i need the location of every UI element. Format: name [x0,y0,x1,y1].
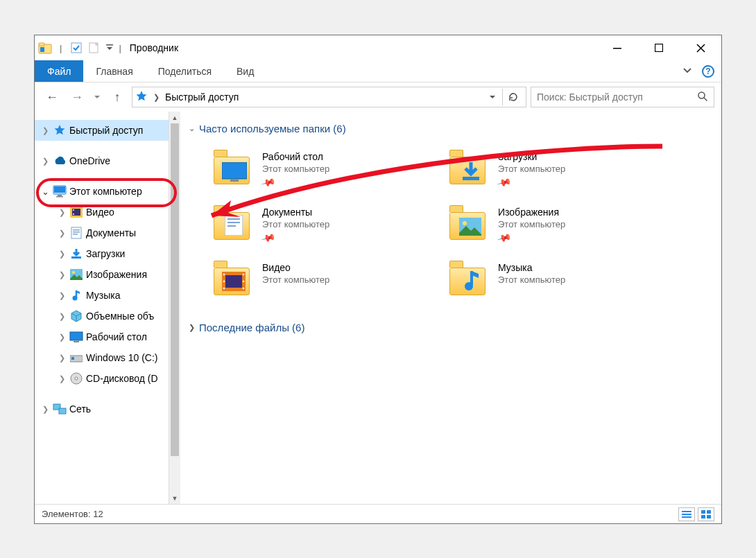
breadcrumb[interactable]: Быстрый доступ [165,91,239,103]
chevron-right-icon[interactable]: ❯ [57,250,67,259]
svg-point-50 [465,282,473,290]
cloud-icon [53,154,67,168]
forward-button[interactable]: → [67,87,87,107]
folder-item-pictures[interactable]: Изображения Этот компьютер 📌 [424,197,660,252]
chevron-right-icon[interactable]: ❯ [40,126,50,135]
chevron-right-icon[interactable]: ❯ [57,229,67,238]
sidebar-item-pictures[interactable]: ❯ Изображения [35,264,180,285]
ribbon-collapse-icon[interactable] [682,65,692,77]
tab-home[interactable]: Главная [83,60,145,82]
folder-location: Этот компьютер [498,219,565,229]
icons-view-button[interactable] [698,507,714,521]
details-view-button[interactable] [678,507,695,521]
pin-icon: 📌 [496,175,512,190]
section-recent-files[interactable]: ❯ Последние файлы (6) [189,322,710,333]
sidebar-item-network[interactable]: ❯ Сеть [35,399,180,419]
pin-icon: 📌 [260,175,276,190]
folder-name: Документы [262,207,329,218]
search-placeholder: Поиск: Быстрый доступ [537,91,693,103]
desktop-icon [69,330,83,344]
tab-file[interactable]: Файл [35,60,83,82]
up-button[interactable]: ↑ [107,87,128,107]
sidebar-scrollbar[interactable]: ▲ ▼ [169,112,180,504]
chevron-right-icon[interactable]: ❯ [57,291,67,300]
help-icon[interactable]: ? [702,65,714,78]
sidebar-item-3d-objects[interactable]: ❯ Объемные объ [35,306,180,326]
sidebar-item-downloads[interactable]: ❯ Загрузки [35,243,180,264]
section-frequent-folders[interactable]: ⌄ Часто используемые папки (6) [189,123,710,134]
explorer-window: | | Проводник Файл Главная Поделиться Ви… [34,35,722,524]
sidebar-item-videos[interactable]: ❯ Видео [35,202,180,223]
sidebar-item-label: Объемные объ [86,311,154,322]
folder-item-downloads[interactable]: Загрузки Этот компьютер 📌 [424,141,660,197]
search-input[interactable]: Поиск: Быстрый доступ [531,87,714,107]
folder-item-videos[interactable]: Видео Этот компьютер [189,252,424,308]
svg-point-23 [72,271,75,274]
downloads-folder-icon [449,151,490,184]
svg-rect-5 [106,44,113,46]
svg-point-46 [223,288,225,290]
quick-access-toolbar: | [37,40,114,55]
properties-icon[interactable] [69,40,84,55]
document-icon [69,226,83,240]
quick-access-star-icon [135,90,148,105]
svg-rect-12 [56,196,63,198]
sidebar-item-label: Изображения [86,269,147,280]
scroll-up-icon[interactable]: ▲ [169,112,180,123]
address-history-button[interactable] [484,89,501,105]
breadcrumb-chevron-icon[interactable]: ❯ [153,93,160,102]
chevron-right-icon[interactable]: ❯ [57,374,67,383]
chevron-right-icon[interactable]: ❯ [57,333,67,342]
sidebar-item-label: Документы [86,227,136,238]
chevron-right-icon[interactable]: ❯ [40,405,50,414]
body: ❯ Быстрый доступ ❯ OneDrive ⌄ Этот компь… [35,112,721,504]
folder-name: Изображения [498,207,565,218]
recent-locations-button[interactable] [92,87,103,107]
sidebar-item-desktop[interactable]: ❯ Рабочий стол [35,326,180,347]
refresh-button[interactable] [502,89,523,105]
tab-share[interactable]: Поделиться [146,60,224,82]
sidebar-item-documents[interactable]: ❯ Документы [35,223,180,243]
minimize-button[interactable] [596,35,638,60]
svg-rect-21 [71,256,81,259]
sidebar-item-music[interactable]: ❯ Музыка [35,285,180,306]
folder-item-documents[interactable]: Документы Этот компьютер 📌 [189,197,424,252]
chevron-right-icon[interactable]: ❯ [40,157,50,166]
sidebar-item-onedrive[interactable]: ❯ OneDrive [35,150,180,171]
tab-view[interactable]: Вид [224,60,266,82]
chevron-right-icon[interactable]: ❯ [57,354,67,363]
section-title: Последние файлы (6) [199,322,304,333]
chevron-down-icon[interactable]: ⌄ [40,186,50,197]
address-bar[interactable]: ❯ Быстрый доступ [132,87,526,107]
sidebar-item-this-pc[interactable]: ⌄ Этот компьютер [35,181,180,202]
folder-item-music[interactable]: Музыка Этот компьютер [424,252,660,308]
sidebar-item-drive-c[interactable]: ❯ Windows 10 (C:) [35,347,180,368]
scrollbar-thumb[interactable] [171,123,179,456]
svg-rect-51 [682,511,691,512]
sidebar-item-cd-drive[interactable]: ❯ CD-дисковод (D [35,368,180,389]
close-button[interactable] [680,35,721,60]
maximize-button[interactable] [638,35,680,60]
sidebar-item-quick-access[interactable]: ❯ Быстрый доступ [35,120,180,141]
svg-rect-33 [222,162,247,179]
chevron-right-icon[interactable]: ❯ [57,312,67,321]
svg-rect-56 [701,515,705,518]
status-text: Элементов: 12 [42,509,103,519]
sidebar-item-label: CD-дисковод (D [86,373,158,384]
network-icon [53,402,67,416]
qat-customize-icon[interactable] [105,40,114,55]
svg-point-41 [463,221,467,225]
svg-point-16 [73,213,74,215]
expand-icon[interactable]: ❯ [189,323,195,332]
folder-item-desktop[interactable]: Рабочий стол Этот компьютер 📌 [189,141,424,197]
svg-rect-26 [74,341,79,342]
chevron-right-icon[interactable]: ❯ [57,208,67,217]
collapse-icon[interactable]: ⌄ [189,124,195,133]
scroll-down-icon[interactable]: ▼ [169,492,180,504]
back-button[interactable]: ← [42,87,62,107]
ribbon-tabs: Файл Главная Поделиться Вид ? [35,60,721,82]
chevron-right-icon[interactable]: ❯ [57,270,67,279]
content-pane[interactable]: ⌄ Часто используемые папки (6) Рабочий с… [180,112,721,504]
video-folder-icon [69,205,83,219]
new-folder-icon[interactable] [87,40,102,55]
